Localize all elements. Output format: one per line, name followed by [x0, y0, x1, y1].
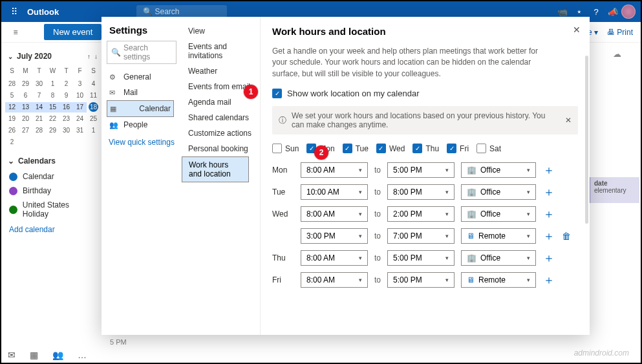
day-checkbox-sat[interactable]	[476, 144, 486, 153]
location-select[interactable]: 🖥Remote▾	[461, 228, 536, 244]
date-cell[interactable]: 11	[87, 91, 100, 101]
calendars-section[interactable]: ⌄ Calendars	[5, 147, 100, 169]
location-select[interactable]: 🏢Office▾	[461, 206, 536, 222]
calendar-list-item[interactable]: United States Holiday	[5, 198, 100, 221]
date-cell[interactable]: 15	[46, 102, 59, 112]
view-quick-settings-link[interactable]: View quick settings	[107, 138, 177, 147]
add-slot-button[interactable]: ＋	[542, 250, 555, 266]
settings-nav-mail[interactable]: ✉Mail	[107, 85, 177, 100]
start-time-select[interactable]: 8:00 AM▾	[301, 272, 368, 288]
date-cell[interactable]: 9	[59, 91, 73, 101]
date-cell[interactable]: 22	[46, 114, 59, 124]
hamburger-icon[interactable]: ≡	[9, 28, 22, 37]
settings-subnav-item[interactable]: Work hours and location	[182, 156, 249, 182]
date-cell[interactable]: 29	[19, 79, 32, 89]
app-launcher-icon[interactable]: ⠿	[6, 6, 22, 17]
date-cell[interactable]: 10	[73, 91, 87, 101]
date-cell[interactable]	[59, 137, 73, 147]
settings-nav-general[interactable]: ⚙General	[107, 69, 177, 85]
start-time-select[interactable]: 10:00 AM▾	[301, 184, 368, 200]
add-slot-button[interactable]: ＋	[542, 206, 555, 222]
date-cell[interactable]: 19	[5, 114, 19, 124]
date-cell[interactable]	[46, 137, 59, 147]
settings-search[interactable]: 🔍 Search settings	[107, 41, 177, 64]
day-checkbox-tue[interactable]: ✓	[343, 144, 352, 153]
date-cell[interactable]: 27	[19, 125, 32, 136]
end-time-select[interactable]: 5:00 PM▾	[387, 272, 455, 288]
add-calendar-link[interactable]: Add calendar	[5, 221, 100, 238]
date-cell[interactable]: 12	[5, 102, 19, 112]
calendar-rail-icon[interactable]: ▦	[30, 350, 38, 360]
settings-subnav-item[interactable]: Shared calendars	[182, 110, 260, 125]
add-slot-button[interactable]: ＋	[542, 228, 555, 244]
date-cell[interactable]: 30	[59, 125, 73, 136]
more-rail-icon[interactable]: …	[78, 350, 87, 360]
settings-nav-calendar[interactable]: ▦Calendar	[107, 100, 174, 117]
settings-subnav-item[interactable]: View	[182, 23, 260, 39]
prev-month-icon[interactable]: ↑	[87, 53, 91, 60]
panel-scrollbar[interactable]	[585, 56, 588, 224]
date-cell[interactable]: 25	[87, 114, 100, 124]
day-checkbox-thu[interactable]: ✓	[412, 144, 422, 153]
start-time-select[interactable]: 3:00 PM▾	[301, 228, 368, 244]
date-cell[interactable]: 28	[5, 79, 19, 89]
date-cell[interactable]: 13	[19, 102, 32, 112]
add-slot-button[interactable]: ＋	[542, 184, 555, 200]
date-cell[interactable]	[32, 137, 46, 147]
date-cell[interactable]: 1	[87, 125, 100, 136]
date-cell[interactable]: 24	[73, 114, 87, 124]
date-cell[interactable]: 18	[89, 102, 98, 112]
calendar-list-item[interactable]: Calendar	[5, 169, 100, 184]
add-slot-button[interactable]: ＋	[542, 162, 555, 178]
day-checkbox-sun[interactable]	[272, 144, 282, 153]
next-month-icon[interactable]: ↓	[94, 53, 98, 60]
people-rail-icon[interactable]: 👥	[52, 350, 63, 360]
date-cell[interactable]: 8	[46, 91, 59, 101]
date-cell[interactable]: 20	[19, 114, 32, 124]
date-cell[interactable]: 17	[73, 102, 87, 112]
date-cell[interactable]: 28	[32, 125, 46, 136]
month-picker[interactable]: ⌄ July 2020 ↑ ↓	[5, 48, 100, 66]
date-cell[interactable]: 29	[46, 125, 59, 136]
show-location-checkbox[interactable]: ✓	[272, 89, 282, 98]
settings-subnav-item[interactable]: Weather	[182, 63, 260, 79]
add-slot-button[interactable]: ＋	[542, 272, 555, 288]
date-cell[interactable]: 5	[5, 91, 19, 101]
end-time-select[interactable]: 8:00 PM▾	[387, 184, 455, 200]
mail-rail-icon[interactable]: ✉	[8, 350, 16, 360]
day-checkbox-fri[interactable]: ✓	[447, 144, 456, 153]
settings-subnav-item[interactable]: Customize actions	[182, 125, 260, 141]
location-select[interactable]: 🏢Office▾	[461, 250, 536, 266]
date-cell[interactable]: 2	[5, 137, 19, 147]
meet-now-icon[interactable]: 📹	[554, 7, 571, 17]
start-time-select[interactable]: 8:00 AM▾	[301, 206, 368, 222]
date-cell[interactable]: 23	[59, 114, 73, 124]
avatar[interactable]	[621, 5, 636, 19]
date-cell[interactable]: 21	[32, 114, 46, 124]
calendar-list-item[interactable]: Birthday	[5, 184, 100, 198]
help-icon[interactable]: ?	[588, 7, 605, 17]
date-cell[interactable]: 26	[5, 125, 19, 136]
date-cell[interactable]: 16	[59, 102, 73, 112]
end-time-select[interactable]: 5:00 PM▾	[387, 250, 455, 266]
day-checkbox-wed[interactable]: ✓	[376, 144, 386, 153]
date-cell[interactable]: 30	[32, 79, 46, 89]
end-time-select[interactable]: 5:00 PM▾	[387, 162, 455, 178]
new-event-button[interactable]: New event	[44, 24, 102, 40]
settings-nav-people[interactable]: 👥People	[107, 117, 177, 133]
date-cell[interactable]: 3	[73, 79, 87, 89]
megaphone-icon[interactable]: 📣	[605, 7, 621, 17]
date-cell[interactable]: 1	[46, 79, 59, 89]
location-select[interactable]: 🖥Remote▾	[461, 272, 536, 288]
notify-icon[interactable]: ⭑	[571, 6, 588, 17]
date-cell[interactable]: 14	[32, 102, 46, 112]
date-cell[interactable]: 4	[87, 79, 100, 89]
print-button[interactable]: 🖶 Print	[607, 28, 633, 37]
date-cell[interactable]: 6	[19, 91, 32, 101]
global-search[interactable]: 🔍 Search	[136, 5, 227, 18]
start-time-select[interactable]: 8:00 AM▾	[301, 250, 368, 266]
end-time-select[interactable]: 2:00 PM▾	[387, 206, 455, 222]
dismiss-banner-icon[interactable]: ✕	[565, 116, 572, 125]
date-cell[interactable]	[73, 137, 87, 147]
date-cell[interactable]	[19, 137, 32, 147]
